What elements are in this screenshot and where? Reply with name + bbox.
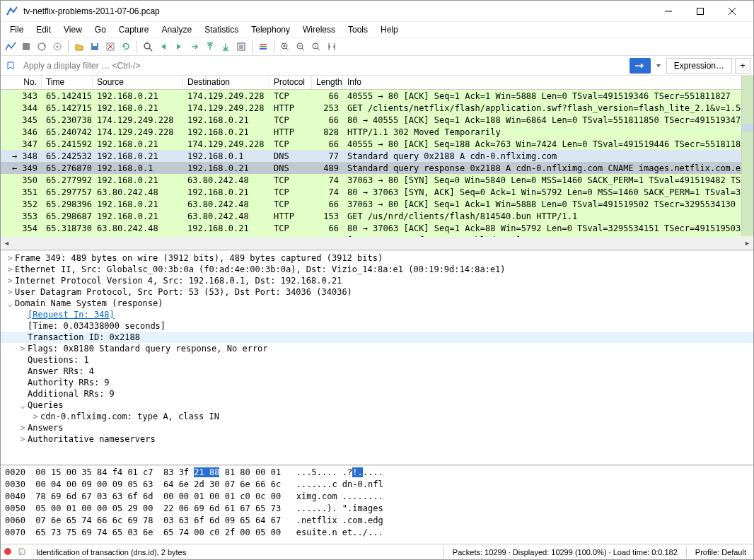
detail-line[interactable]: [Request In: 348] <box>1 309 753 320</box>
zoom-reset-button[interactable]: 1 <box>309 40 323 54</box>
packet-row[interactable]: 34765.241592192.168.0.21174.129.249.228T… <box>1 138 753 150</box>
detail-line[interactable]: > cdn-0.nflximg.com: type A, class IN <box>1 411 753 422</box>
zoom-out-button[interactable] <box>294 40 308 54</box>
detail-line[interactable]: > Authoritative nameservers <box>1 433 753 445</box>
colorize-button[interactable] <box>256 40 270 54</box>
save-button[interactable] <box>88 40 102 54</box>
window-title: tv-netflix-problems-2011-07-06.pcap <box>23 6 652 16</box>
menu-telephony[interactable]: Telephony <box>245 23 296 36</box>
options-button[interactable] <box>50 40 64 54</box>
packet-row[interactable]: ← 34965.276870192.168.0.1192.168.0.21DNS… <box>1 162 753 174</box>
detail-line[interactable]: > Answers <box>1 422 753 433</box>
packet-minimap[interactable] <box>741 76 753 236</box>
menu-file[interactable]: File <box>4 23 30 36</box>
packet-row[interactable]: 35565.32173363.80.242.48192.168.0.21TCP1… <box>1 234 753 237</box>
hex-line[interactable]: 0050 05 00 01 00 00 05 29 00 22 06 69 6d… <box>5 503 749 515</box>
detail-line[interactable]: Questions: 1 <box>1 354 753 366</box>
column-header[interactable]: Time <box>42 76 93 89</box>
go-first-button[interactable] <box>203 40 217 54</box>
restart-button[interactable] <box>35 40 49 54</box>
packet-row[interactable]: 35365.298687192.168.0.2163.80.242.48HTTP… <box>1 210 753 222</box>
hex-line[interactable]: 0070 65 73 75 69 74 65 03 6e 65 74 00 c0… <box>5 527 749 539</box>
svg-rect-23 <box>260 48 267 49</box>
svg-point-36 <box>4 548 11 555</box>
packet-row[interactable]: 35165.29775763.80.242.48192.168.0.21TCP7… <box>1 186 753 198</box>
column-header[interactable]: Destination <box>183 76 269 89</box>
detail-line[interactable]: > Flags: 0x8180 Standard query response,… <box>1 343 753 354</box>
minimize-button[interactable] <box>652 1 684 21</box>
detail-line[interactable]: Answer RRs: 4 <box>1 366 753 377</box>
open-button[interactable] <box>72 40 86 54</box>
go-to-packet-button[interactable] <box>187 40 202 54</box>
filter-dropdown[interactable] <box>654 58 663 74</box>
packet-row[interactable]: 34665.240742174.129.249.228192.168.0.21H… <box>1 126 753 138</box>
menu-wireless[interactable]: Wireless <box>296 23 342 36</box>
hex-line[interactable]: 0030 00 04 00 09 00 09 05 63 64 6e 2d 30… <box>5 479 749 491</box>
packet-row[interactable]: 34565.230738174.129.249.228192.168.0.21T… <box>1 114 753 126</box>
zoom-in-button[interactable] <box>278 40 292 54</box>
detail-line[interactable]: > Internet Protocol Version 4, Src: 192.… <box>1 275 753 286</box>
detail-line[interactable]: > Ethernet II, Src: Globalsc_00:3b:0a (f… <box>1 264 753 275</box>
menu-go[interactable]: Go <box>88 23 112 36</box>
packet-list-body[interactable]: 34365.142415192.168.0.21174.129.249.228T… <box>1 90 753 237</box>
stop-button[interactable] <box>19 40 33 54</box>
packet-details-pane[interactable]: > Frame 349: 489 bytes on wire (3912 bit… <box>1 251 753 466</box>
packet-row[interactable]: 35465.31873063.80.242.48192.168.0.21TCP6… <box>1 222 753 234</box>
detail-line[interactable]: > User Datagram Protocol, Src Port: 53 (… <box>1 286 753 298</box>
menu-statistics[interactable]: Statistics <box>198 23 245 36</box>
apply-filter-button[interactable] <box>630 58 651 74</box>
svg-line-14 <box>149 48 152 51</box>
hex-line[interactable]: 0020 00 15 00 35 84 f4 01 c7 83 3f 21 88… <box>5 467 749 479</box>
go-back-button[interactable] <box>156 40 170 54</box>
capture-file-icon[interactable] <box>18 547 28 557</box>
close-file-button[interactable] <box>103 40 117 54</box>
expression-button[interactable]: Expression… <box>666 58 732 74</box>
auto-scroll-button[interactable] <box>234 40 248 54</box>
packet-row[interactable]: 34365.142415192.168.0.21174.129.249.228T… <box>1 90 753 102</box>
hex-line[interactable]: 0060 07 6e 65 74 66 6c 69 78 03 63 6f 6d… <box>5 515 749 527</box>
go-forward-button[interactable] <box>172 40 186 54</box>
column-header[interactable]: Info <box>343 76 753 89</box>
display-filter-input[interactable] <box>21 58 627 74</box>
menu-view[interactable]: View <box>57 23 88 36</box>
menu-capture[interactable]: Capture <box>112 23 156 36</box>
detail-line[interactable]: ⌄ Domain Name System (response) <box>1 298 753 309</box>
packet-row[interactable]: 34465.142715192.168.0.21174.129.249.228H… <box>1 102 753 114</box>
detail-line[interactable]: [Time: 0.034338000 seconds] <box>1 320 753 332</box>
maximize-button[interactable] <box>684 1 716 21</box>
packet-row[interactable]: 35065.277992192.168.0.2163.80.242.48TCP7… <box>1 174 753 186</box>
menu-tools[interactable]: Tools <box>342 23 374 36</box>
expert-info-icon[interactable] <box>4 547 13 557</box>
packet-bytes-pane[interactable]: 0020 00 15 00 35 84 f4 01 c7 83 3f 21 88… <box>1 466 753 544</box>
column-header[interactable]: Source <box>93 76 183 89</box>
bookmark-icon[interactable] <box>4 59 18 73</box>
filter-toolbar: Expression… + <box>1 56 753 76</box>
packet-row[interactable]: 35265.298396192.168.0.2163.80.242.48TCP6… <box>1 198 753 210</box>
menu-edit[interactable]: Edit <box>30 23 57 36</box>
svg-point-13 <box>144 43 150 49</box>
status-field: Identification of transaction (dns.id), … <box>32 548 190 556</box>
packet-row[interactable]: → 34865.242532192.168.0.21192.168.0.1DNS… <box>1 150 753 162</box>
horizontal-scrollbar[interactable]: ◄► <box>1 237 753 249</box>
hex-line[interactable]: 0040 78 69 6d 67 03 63 6f 6d 00 00 01 00… <box>5 491 749 503</box>
svg-rect-21 <box>260 44 267 45</box>
go-last-button[interactable] <box>219 40 233 54</box>
menu-analyze[interactable]: Analyze <box>156 23 199 36</box>
detail-line[interactable]: Transaction ID: 0x2188 <box>1 332 753 343</box>
menu-help[interactable]: Help <box>374 23 405 36</box>
column-header[interactable]: Protocol <box>269 76 312 89</box>
column-header[interactable]: Length <box>312 76 343 89</box>
wireshark-logo-icon[interactable] <box>4 40 18 54</box>
detail-line[interactable]: > Frame 349: 489 bytes on wire (3912 bit… <box>1 252 753 264</box>
column-header[interactable]: No. <box>1 76 42 89</box>
add-filter-button[interactable]: + <box>735 58 750 74</box>
main-toolbar: 1 <box>1 37 753 56</box>
detail-line[interactable]: Authority RRs: 9 <box>1 377 753 388</box>
resize-columns-button[interactable] <box>325 40 339 54</box>
detail-line[interactable]: Additional RRs: 9 <box>1 388 753 399</box>
close-button[interactable] <box>716 1 748 21</box>
reload-button[interactable] <box>119 40 133 54</box>
find-button[interactable] <box>141 40 155 54</box>
detail-line[interactable]: ⌄ Queries <box>1 399 753 411</box>
wireshark-icon <box>6 6 18 17</box>
